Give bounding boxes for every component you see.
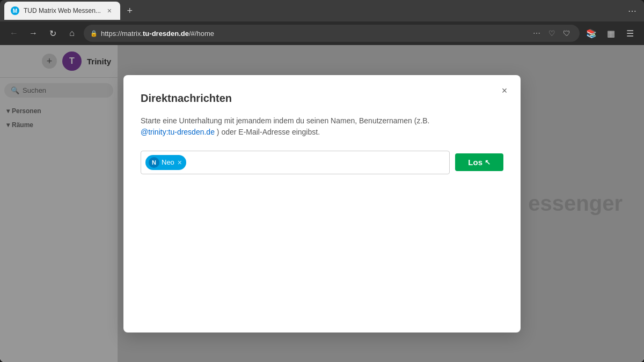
tab-label: TUD Matrix Web Messen...: [24, 7, 101, 14]
home-button[interactable]: ⌂: [64, 26, 79, 41]
recipient-input[interactable]: N Neo ×: [141, 151, 450, 174]
url-bar[interactable]: 🔒 https://matrix.tu-dresden.de/#/home ⋯ …: [84, 25, 580, 42]
neo-avatar: N: [149, 157, 159, 168]
lock-icon: 🔒: [90, 30, 98, 37]
app-content: + T Trinity 🔍 Suchen ▾ Personen ▾ Räum: [0, 45, 644, 362]
back-button[interactable]: ←: [6, 26, 21, 41]
modal-title: Direktnachrichten: [141, 92, 503, 105]
bookmark-icon[interactable]: ♡: [545, 27, 558, 40]
reload-button[interactable]: ↻: [45, 26, 60, 41]
url-actions: ⋯ ♡ 🛡: [530, 27, 573, 40]
shield-icon[interactable]: 🛡: [560, 27, 573, 40]
url-text: https://matrix.tu-dresden.de/#/home: [101, 29, 214, 38]
forward-button[interactable]: →: [26, 26, 41, 41]
modal-description: Starte eine Unterhaltung mit jemandem in…: [141, 115, 503, 138]
recipient-text-input[interactable]: [189, 158, 445, 167]
neo-tag-label: Neo: [162, 158, 174, 166]
tab-bar: M TUD Matrix Web Messen... × + ⋯: [0, 0, 644, 21]
tab-close-button[interactable]: ×: [105, 6, 114, 15]
neo-tag: N Neo ×: [145, 155, 186, 170]
cursor-icon: ↖: [485, 158, 491, 166]
input-area: N Neo × Los ↖: [141, 151, 503, 174]
go-button[interactable]: Los ↖: [455, 153, 503, 171]
browser-window: M TUD Matrix Web Messen... × + ⋯ ← → ↻ ⌂…: [0, 0, 644, 362]
example-link[interactable]: @trinity:tu-dresden.de: [141, 128, 215, 136]
browser-menu-button[interactable]: ⋯: [625, 3, 640, 18]
modal-overlay: × Direktnachrichten Starte eine Unterhal…: [0, 45, 644, 362]
tab-favicon: M: [11, 6, 19, 15]
active-tab[interactable]: M TUD Matrix Web Messen... ×: [4, 2, 120, 20]
direct-message-dialog: × Direktnachrichten Starte eine Unterhal…: [123, 75, 521, 333]
address-bar: ← → ↻ ⌂ 🔒 https://matrix.tu-dresden.de/#…: [0, 21, 644, 45]
new-tab-button[interactable]: +: [122, 3, 137, 18]
menu-button[interactable]: ☰: [623, 26, 638, 41]
modal-close-button[interactable]: ×: [497, 84, 512, 99]
library-button[interactable]: 📚: [584, 26, 599, 41]
sidebar-toggle-button[interactable]: ▦: [603, 26, 618, 41]
more-url-actions[interactable]: ⋯: [530, 27, 543, 40]
remove-neo-tag-button[interactable]: ×: [178, 158, 182, 167]
